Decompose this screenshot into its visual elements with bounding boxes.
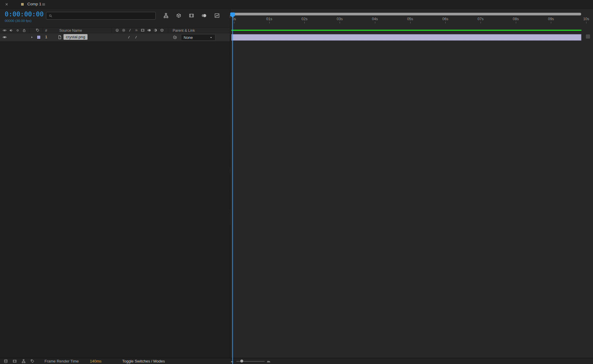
cached-frames-bar bbox=[231, 30, 581, 31]
render-queue-icon[interactable] bbox=[12, 359, 17, 363]
effects-icon[interactable]: fx bbox=[134, 28, 139, 32]
ruler-label: 02s bbox=[299, 17, 310, 21]
layer-list-empty-area bbox=[0, 42, 230, 131]
ruler-tick bbox=[375, 22, 375, 23]
ruler-label: 07s bbox=[475, 17, 486, 21]
layer-duration-bar[interactable] bbox=[231, 34, 581, 41]
ruler-label: 08s bbox=[511, 17, 521, 21]
ruler-tick bbox=[516, 22, 516, 23]
motion-blur-icon[interactable] bbox=[201, 13, 207, 18]
frame-render-time-label: Frame Render Time bbox=[44, 359, 79, 363]
zoom-in-mountain-icon[interactable] bbox=[266, 359, 271, 363]
3d-layer-icon[interactable] bbox=[160, 28, 164, 32]
ruler-tick bbox=[551, 22, 551, 23]
lock-icon[interactable] bbox=[22, 28, 26, 33]
search-icon bbox=[49, 14, 53, 18]
parent-value: None bbox=[184, 35, 193, 40]
ruler-label: 01s bbox=[264, 17, 275, 21]
draft-3d-icon[interactable] bbox=[176, 13, 182, 18]
shy-icon[interactable] bbox=[115, 28, 119, 32]
timeline-panel: Comp 1 0:00:00:00 00000 (30.00 fps) # So… bbox=[0, 0, 593, 131]
layer-index: 1 bbox=[45, 35, 47, 39]
video-icon[interactable] bbox=[2, 28, 7, 33]
frame-blend-icon[interactable] bbox=[141, 28, 145, 32]
effects-switch[interactable] bbox=[134, 35, 138, 39]
motion-blur-icon[interactable] bbox=[147, 28, 151, 32]
ruler-label: 06s bbox=[440, 17, 451, 21]
solo-icon[interactable] bbox=[15, 28, 20, 33]
ruler-tick bbox=[269, 22, 270, 23]
column-source-name[interactable]: Source Name bbox=[59, 28, 82, 33]
timeline-search-input[interactable] bbox=[54, 14, 153, 18]
ruler-label: 05s bbox=[405, 17, 416, 21]
composition-cache-icon[interactable] bbox=[4, 359, 8, 363]
adjustment-layer-icon[interactable] bbox=[153, 28, 158, 32]
ruler-tick bbox=[481, 22, 481, 23]
timeline-search[interactable] bbox=[46, 12, 156, 20]
metadata-icon[interactable] bbox=[30, 359, 35, 363]
ruler-tick bbox=[410, 22, 411, 23]
ruler-tick bbox=[586, 22, 586, 23]
close-icon[interactable] bbox=[5, 2, 9, 6]
status-bar: Frame Render Time 140ms Toggle Switches … bbox=[0, 358, 593, 364]
parent-dropdown[interactable]: None bbox=[181, 34, 215, 41]
layer-label-color[interactable] bbox=[37, 35, 41, 39]
time-navigator-bar[interactable] bbox=[234, 13, 581, 15]
frame-blend-icon[interactable] bbox=[189, 13, 194, 18]
quality-switch[interactable] bbox=[127, 35, 131, 39]
footage-file-icon bbox=[58, 35, 62, 39]
ruler-tick bbox=[445, 22, 446, 23]
timeline-left-pane: 0:00:00:00 00000 (30.00 fps) # Source Na… bbox=[0, 9, 230, 131]
layer-name[interactable]: crystal.png bbox=[63, 34, 88, 40]
layer-row[interactable]: 1 crystal.png None bbox=[0, 33, 230, 42]
timeline-zoom-knob[interactable] bbox=[240, 360, 243, 363]
svg-text:fx: fx bbox=[135, 29, 138, 32]
timeline-column-headers: # Source Name Parent & Link fx bbox=[0, 27, 230, 33]
time-ruler[interactable]: 0s01s02s03s04s05s06s07s08s09s10s bbox=[230, 16, 593, 24]
timeline-tab-label[interactable]: Comp 1 bbox=[27, 2, 41, 6]
after-effects-window: T Snapping DefaultReviewLearnSmall Scree… bbox=[0, 0, 593, 364]
playhead-line bbox=[232, 18, 233, 131]
layer-visibility-toggle[interactable] bbox=[2, 35, 7, 39]
timeline-toolbar-icons bbox=[163, 13, 220, 18]
timeline-tabbar[interactable]: Comp 1 bbox=[0, 0, 593, 9]
audio-icon[interactable] bbox=[9, 28, 13, 33]
comp-marker-bin[interactable] bbox=[586, 34, 590, 39]
ruler-tick bbox=[340, 22, 340, 23]
ruler-label: 04s bbox=[370, 17, 380, 21]
mini-flowchart-icon[interactable] bbox=[163, 13, 169, 18]
panel-menu-icon[interactable] bbox=[42, 2, 46, 7]
label-column-icon[interactable] bbox=[36, 28, 40, 32]
playhead-handle[interactable] bbox=[230, 12, 235, 16]
column-parent-link[interactable]: Parent & Link bbox=[173, 28, 195, 33]
layer-list: 1 crystal.png None bbox=[0, 33, 230, 42]
quality-icon[interactable] bbox=[128, 28, 132, 32]
current-timecode[interactable]: 0:00:00:00 bbox=[5, 11, 44, 18]
toggle-switches-modes-button[interactable]: Toggle Switches / Modes bbox=[122, 359, 165, 363]
collapse-transformations-icon[interactable] bbox=[122, 28, 126, 32]
ruler-label: 03s bbox=[334, 17, 345, 21]
flowchart-icon[interactable] bbox=[21, 359, 26, 363]
ruler-label: 09s bbox=[546, 17, 556, 21]
layer-expander[interactable] bbox=[30, 36, 34, 39]
column-index[interactable]: # bbox=[45, 28, 47, 33]
ruler-label: 10s bbox=[581, 17, 592, 21]
ruler-tick bbox=[234, 22, 234, 23]
caret-down-icon bbox=[209, 36, 213, 39]
graph-editor-icon[interactable] bbox=[214, 13, 220, 18]
ruler-tick bbox=[304, 22, 305, 23]
frame-render-time-value: 140ms bbox=[90, 359, 101, 363]
parent-pickwhip-icon[interactable] bbox=[173, 35, 177, 39]
comp-label-swatch bbox=[21, 3, 24, 6]
frame-info: 00000 (30.00 fps) bbox=[5, 19, 31, 23]
timeline-track-area: 0s01s02s03s04s05s06s07s08s09s10s bbox=[230, 9, 593, 131]
